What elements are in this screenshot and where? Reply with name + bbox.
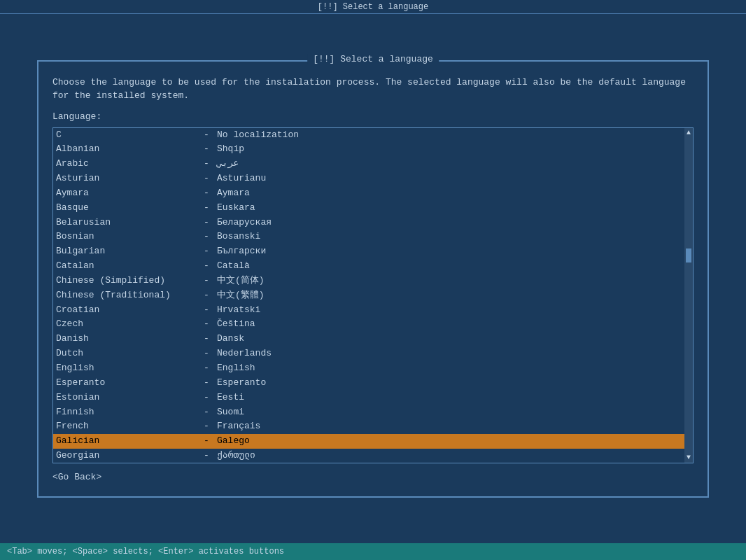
- lang-name: English: [56, 362, 196, 375]
- lang-native: Galego: [217, 435, 682, 448]
- lang-separator: -: [196, 143, 217, 156]
- lang-separator: -: [196, 230, 217, 244]
- lang-native: Български: [217, 245, 682, 258]
- lang-separator: -: [196, 172, 217, 186]
- lang-separator: -: [196, 187, 217, 200]
- list-item[interactable]: Asturian - Asturianu: [53, 172, 684, 186]
- list-item[interactable]: Danish - Dansk: [53, 332, 684, 346]
- lang-separator: -: [196, 202, 217, 215]
- list-item[interactable]: Albanian - Shqip: [53, 142, 684, 157]
- lang-name: Esperanto: [56, 377, 196, 390]
- list-item[interactable]: Chinese (Traditional) - 中文(繁體): [53, 288, 684, 303]
- list-item[interactable]: Esperanto - Esperanto: [53, 376, 684, 391]
- list-item[interactable]: Arabic - عربي: [53, 157, 684, 172]
- lang-separator: -: [196, 391, 217, 405]
- list-item[interactable]: Chinese (Simplified) - 中文(简体): [53, 274, 684, 288]
- description-text: Choose the language to be used for the i…: [52, 76, 694, 103]
- lang-native: Bosanski: [217, 230, 682, 244]
- lang-separator: -: [196, 420, 217, 433]
- list-item[interactable]: Georgian - ქართული: [53, 449, 684, 462]
- lang-name: Georgian: [56, 449, 196, 462]
- lang-separator: -: [196, 347, 217, 360]
- language-label: Language:: [52, 111, 694, 122]
- lang-native: Français: [217, 420, 682, 433]
- lang-native: ქართული: [217, 449, 682, 462]
- lang-native: Nederlands: [217, 347, 682, 360]
- lang-name: Chinese (Traditional): [56, 289, 196, 302]
- lang-native: Aymara: [217, 187, 682, 200]
- list-item[interactable]: Bulgarian - Български: [53, 244, 684, 259]
- lang-name: Asturian: [56, 172, 196, 186]
- lang-name: Danish: [56, 332, 196, 346]
- lang-name: Bulgarian: [56, 245, 196, 258]
- lang-native: Shqip: [217, 143, 682, 156]
- lang-name: Catalan: [56, 260, 196, 273]
- lang-native: Suomi: [217, 406, 682, 419]
- scrollbar-track: [686, 139, 691, 451]
- lang-name: Chinese (Simplified): [56, 274, 196, 288]
- lang-name: Croatian: [56, 304, 196, 317]
- lang-separator: -: [196, 260, 217, 273]
- scrollbar-thumb: [686, 248, 691, 262]
- lang-separator: -: [196, 435, 217, 448]
- list-item[interactable]: Czech - Čeština: [53, 317, 684, 332]
- lang-name: Belarusian: [56, 216, 196, 230]
- lang-native: Euskara: [217, 202, 682, 215]
- lang-separator: -: [196, 274, 217, 288]
- scrollbar[interactable]: ▲ ▼: [684, 128, 693, 463]
- lang-separator: -: [196, 304, 217, 317]
- list-item[interactable]: Dutch - Nederlands: [53, 346, 684, 361]
- lang-separator: -: [196, 158, 217, 171]
- list-item[interactable]: Catalan - Català: [53, 259, 684, 274]
- lang-name: Estonian: [56, 391, 196, 405]
- list-item[interactable]: C - No localization: [53, 128, 684, 143]
- list-item[interactable]: Croatian - Hrvatski: [53, 303, 684, 318]
- lang-name: Aymara: [56, 187, 196, 200]
- lang-native: No localization: [217, 129, 682, 142]
- lang-separator: -: [196, 129, 217, 142]
- lang-native: English: [217, 362, 682, 375]
- list-item[interactable]: Galician - Galego: [53, 434, 684, 449]
- lang-separator: -: [196, 406, 217, 419]
- lang-separator: -: [196, 377, 217, 390]
- lang-native: عربي: [217, 158, 682, 171]
- lang-native: Hrvatski: [217, 304, 682, 317]
- list-item[interactable]: English - English: [53, 361, 684, 376]
- list-item[interactable]: French - Français: [53, 419, 684, 434]
- lang-separator: -: [196, 318, 217, 331]
- lang-name: Dutch: [56, 347, 196, 360]
- lang-native: Eesti: [217, 391, 682, 405]
- go-back-button[interactable]: <Go Back>: [52, 472, 694, 482]
- lang-name: Bosnian: [56, 230, 196, 244]
- list-item[interactable]: Finnish - Suomi: [53, 405, 684, 420]
- status-text: <Tab> moves; <Space> selects; <Enter> ac…: [7, 547, 284, 556]
- lang-separator: -: [196, 289, 217, 302]
- language-list-container[interactable]: C - No localizationAlbanian - ShqipArabi…: [52, 127, 694, 463]
- list-item[interactable]: Aymara - Aymara: [53, 186, 684, 201]
- lang-name: Galician: [56, 435, 196, 448]
- lang-name: French: [56, 420, 196, 433]
- lang-separator: -: [196, 245, 217, 258]
- lang-native: Asturianu: [217, 172, 682, 186]
- list-item[interactable]: Bosnian - Bosanski: [53, 230, 684, 244]
- lang-separator: -: [196, 449, 217, 462]
- lang-native: Čeština: [217, 318, 682, 331]
- scroll-down-arrow[interactable]: ▼: [687, 453, 691, 463]
- main-dialog: [!!] Select a language Choose the langua…: [37, 60, 709, 498]
- lang-native: Dansk: [217, 332, 682, 346]
- lang-native: 中文(简体): [217, 274, 682, 288]
- lang-name: C: [56, 129, 196, 142]
- list-item[interactable]: Estonian - Eesti: [53, 391, 684, 405]
- list-item[interactable]: Basque - Euskara: [53, 201, 684, 216]
- lang-name: Arabic: [56, 158, 196, 171]
- lang-separator: -: [196, 362, 217, 375]
- list-item[interactable]: Belarusian - Беларуская: [53, 216, 684, 230]
- lang-native: 中文(繁體): [217, 289, 682, 302]
- lang-name: Czech: [56, 318, 196, 331]
- language-list[interactable]: C - No localizationAlbanian - ShqipArabi…: [53, 128, 684, 463]
- lang-native: Беларуская: [217, 216, 682, 230]
- lang-name: Albanian: [56, 143, 196, 156]
- lang-separator: -: [196, 216, 217, 230]
- scroll-up-arrow[interactable]: ▲: [687, 128, 691, 138]
- dialog-title-bar: [!!] Select a language: [318, 2, 428, 12]
